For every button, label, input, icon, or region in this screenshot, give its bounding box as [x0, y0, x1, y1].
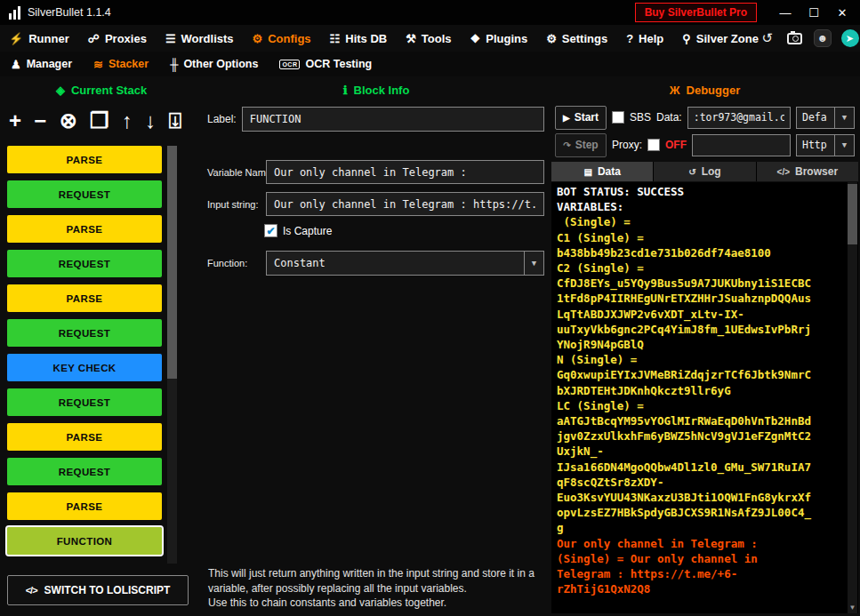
menubar-items: ⚡Runner☍Proxies☰Wordlists⚙Configs☷Hits D… [9, 32, 759, 45]
close-button[interactable]: ✕ [828, 0, 856, 25]
console-line: b438bb49b23cd1e731b026df74ae8100 [557, 245, 853, 260]
function-dropdown[interactable]: Constant ▼ [266, 251, 544, 276]
menu-item-hits-db[interactable]: ☷Hits DB [330, 32, 388, 45]
stack-block-request[interactable]: REQUEST [7, 250, 162, 277]
stack-block-function[interactable]: FUNCTION [7, 527, 162, 555]
proxy-input[interactable] [692, 134, 791, 156]
clear-stack-button[interactable]: ⊗ [60, 110, 77, 132]
start-button[interactable]: ▶ Start [555, 106, 607, 130]
proxy-type-value: Http [802, 139, 827, 151]
submenu-item-ocr-testing[interactable]: OCROCR Testing [279, 58, 372, 70]
save-stack-button[interactable]: ⍗ [169, 110, 181, 132]
app-window: SilverBullet 1.1.4 Buy SilverBullet Pro … [0, 0, 860, 616]
sbs-checkbox[interactable] [612, 111, 624, 124]
submenu-item-stacker[interactable]: ≋Stacker [93, 58, 149, 71]
function-description-line2: Use this to chain constants and variable… [208, 596, 543, 611]
proxy-type-dropdown[interactable]: Http ▼ [796, 134, 855, 156]
stack-scrollbar[interactable] [167, 146, 177, 564]
tab-browser[interactable]: </>Browser [757, 162, 858, 181]
block-info-title: Block Info [354, 84, 410, 97]
menu-item-tools[interactable]: ⚒Tools [406, 32, 451, 45]
debugger-tabs: ▤Data↺Log</>Browser [551, 162, 858, 181]
wordlist-type-dropdown[interactable]: Defa ▼ [796, 107, 855, 129]
stack-block-request[interactable]: REQUEST [7, 388, 162, 416]
tab-label: Browser [795, 165, 838, 178]
current-stack-header: ◈ Current Stack [0, 78, 203, 101]
stack-block-parse[interactable]: PARSE [7, 284, 162, 312]
move-down-button[interactable]: ↓ [145, 110, 156, 132]
menu-item-settings[interactable]: ⚙Settings [546, 32, 607, 45]
console-line: (Single) = Our only channel in [557, 551, 853, 566]
screenshot-icon[interactable] [786, 29, 804, 47]
submenu-item-manager[interactable]: ♟Manager [11, 58, 72, 71]
menu-item-help[interactable]: ?Help [626, 32, 663, 45]
menubar: ⚡Runner☍Proxies☰Wordlists⚙Configs☷Hits D… [0, 25, 860, 52]
maximize-button[interactable]: ☐ [800, 0, 828, 25]
scrollbar-thumb[interactable] [167, 146, 177, 379]
titlebar-controls: Buy SilverBullet Pro — ☐ ✕ [635, 0, 856, 25]
step-button[interactable]: ↷ Step [555, 133, 607, 157]
input-string-label: Input string: [207, 199, 261, 210]
stack-block-request[interactable]: REQUEST [7, 319, 162, 347]
clone-block-button[interactable]: ❐ [90, 110, 109, 132]
stack-block-parse[interactable]: PARSE [7, 492, 162, 520]
stack-block-request[interactable]: REQUEST [7, 180, 162, 208]
app-title: SilverBullet 1.1.4 [28, 6, 111, 19]
debugger-row-proxy: ↷ Step Proxy: OFF Http ▼ [555, 133, 855, 156]
menu-item-plugins[interactable]: ❖Plugins [470, 32, 528, 45]
console-line: jgv0ZzxUlkxhFm6yBWZ5hNcV9gVJ1eFZgnMtC2 [557, 428, 853, 444]
scroll-down-icon[interactable]: ▼ [848, 604, 857, 612]
menu-item-label: Settings [562, 32, 607, 45]
main-content: ◈ Current Stack +−⊗❐↑↓⍗ PARSEREQUESTPARS… [0, 76, 860, 616]
tab-log[interactable]: ↺Log [654, 162, 756, 181]
help-icon: ? [626, 32, 633, 45]
stack-toolbar: +−⊗❐↑↓⍗ [0, 103, 190, 139]
label-input[interactable] [242, 107, 544, 132]
tools-icon: ⚒ [406, 32, 416, 45]
check-icon: ✔ [266, 226, 275, 236]
history-icon[interactable]: ↺ [759, 29, 776, 47]
scrollbar-thumb[interactable] [848, 184, 857, 244]
stack-block-request[interactable]: REQUEST [7, 458, 162, 485]
step-button-label: Step [575, 139, 599, 151]
is-capture-checkbox[interactable]: ✔ [264, 224, 277, 237]
variable-name-label: Variable Name: [207, 167, 261, 178]
menu-item-wordlists[interactable]: ☰Wordlists [165, 32, 234, 45]
add-block-button[interactable]: + [9, 110, 21, 132]
stack-block-parse[interactable]: PARSE [7, 423, 162, 451]
menu-item-configs[interactable]: ⚙Configs [253, 32, 311, 45]
stack-block-parse[interactable]: PARSE [7, 215, 162, 243]
remove-block-button[interactable]: − [34, 110, 46, 132]
stack-block-key-check[interactable]: KEY CHECK [7, 354, 162, 381]
tab-label: Log [702, 165, 721, 178]
input-string-input[interactable] [266, 192, 544, 216]
menu-item-runner[interactable]: ⚡Runner [9, 32, 69, 45]
move-up-button[interactable]: ↑ [122, 110, 133, 132]
function-label: Function: [207, 258, 261, 268]
console-line: C2 (Single) = [557, 260, 853, 276]
settings-icon: ⚙ [546, 32, 557, 45]
console-line: (Single) = [557, 214, 853, 229]
console-line: Our only channel in Telegram : [557, 536, 853, 551]
menu-item-proxies[interactable]: ☍Proxies [88, 32, 147, 45]
discord-icon[interactable]: ☻ [814, 29, 832, 47]
minimize-button[interactable]: — [771, 0, 800, 25]
submenu-item-label: OCR Testing [305, 58, 372, 70]
configs-icon: ⚙ [253, 32, 263, 45]
debugger-title: Debugger [687, 84, 741, 97]
console-line: LC (Single) = [557, 398, 853, 413]
submenu-item-other-options[interactable]: ╫Other Options [170, 58, 258, 71]
current-stack-title: Current Stack [71, 84, 147, 97]
proxy-checkbox[interactable] [647, 139, 660, 151]
function-dropdown-value: Constant [274, 257, 326, 269]
data-input[interactable] [687, 107, 791, 129]
stack-block-parse[interactable]: PARSE [7, 146, 162, 173]
buy-pro-button[interactable]: Buy SilverBullet Pro [635, 3, 757, 22]
console-scrollbar[interactable]: ▼ [848, 182, 857, 613]
browser-tab-icon: </> [777, 167, 790, 177]
menu-item-silver-zone[interactable]: ⚲Silver Zone [682, 32, 759, 45]
tab-data[interactable]: ▤Data [551, 162, 654, 181]
variable-name-input[interactable] [266, 160, 544, 184]
telegram-icon[interactable]: ➤ [841, 29, 859, 47]
switch-loliscript-button[interactable]: </> SWITCH TO LOLISCRIPT [7, 575, 189, 605]
